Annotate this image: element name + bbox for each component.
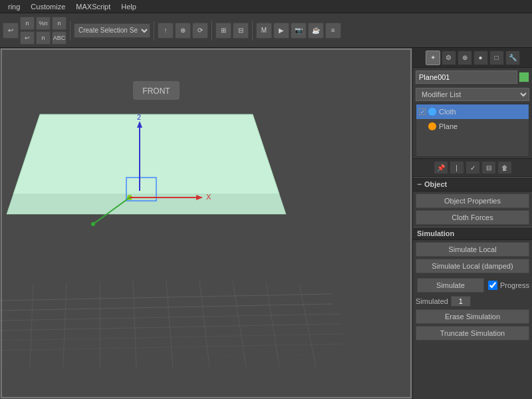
stack-label-cloth: Cloth <box>439 108 456 116</box>
toolbar-btn-1[interactable]: n <box>20 17 35 30</box>
toolbar-btn-5[interactable]: n <box>52 17 66 30</box>
stack-ctrl-delete[interactable]: 🗑 <box>497 161 512 174</box>
panel-icon-modify[interactable]: ⚙ <box>442 51 456 65</box>
panel-icon-row: ✦ ⚙ ⊕ ● □ 🔧 <box>413 48 532 68</box>
stack-ctrl-collapse[interactable]: ⊟ <box>481 161 496 174</box>
stack-ctrl-show[interactable]: | <box>450 161 464 174</box>
toolbar-mirror-btn[interactable]: ⊞ <box>215 23 231 39</box>
modifier-list-dropdown[interactable]: Modifier List <box>416 88 529 101</box>
progress-checkbox[interactable] <box>488 281 497 290</box>
panel-icon-motion[interactable]: ● <box>473 51 488 65</box>
panel-icon-utilities[interactable]: 🔧 <box>505 51 520 65</box>
toolbar-btn-4[interactable]: n <box>36 31 51 45</box>
toolbar-align-btn[interactable]: ⊟ <box>233 23 249 39</box>
toolbar-btn-2[interactable]: ↩ <box>20 31 35 45</box>
modifier-stack: ✓ Cloth Plane <box>416 104 529 157</box>
toolbar-sep-2 <box>154 21 154 41</box>
svg-marker-4 <box>13 114 279 194</box>
object-color-box[interactable] <box>519 72 529 82</box>
stack-item-cloth[interactable]: ✓ Cloth <box>416 104 529 119</box>
cloth-forces-button[interactable]: Cloth Forces <box>416 210 529 225</box>
object-name-row <box>413 68 532 86</box>
toolbar-btn-undo[interactable]: ↩ <box>3 23 19 39</box>
modifier-list-row: Modifier List <box>413 86 532 102</box>
svg-text:X: X <box>206 193 211 201</box>
stack-item-plane[interactable]: Plane <box>416 119 529 134</box>
menu-bar: ring Customize MAXScript Help <box>0 0 532 13</box>
right-panel: ✦ ⚙ ⊕ ● □ 🔧 Modifier List ✓ Cloth <box>412 48 532 399</box>
toolbar-camera-btn[interactable]: 📷 <box>291 23 307 39</box>
section-minus-icon: − <box>417 180 422 189</box>
toolbar-extra-btn[interactable]: ≡ <box>325 23 341 39</box>
simulation-section-title: Simulation <box>417 229 454 237</box>
toolbar: ↩ n ↩ %n n n ABC Create Selection Se ↑ ⊕… <box>0 13 532 48</box>
stack-ctrl-pin[interactable]: 📌 <box>434 161 448 174</box>
simulate-local-damped-button[interactable]: Simulate Local (damped) <box>416 259 529 273</box>
stack-check-cloth[interactable]: ✓ <box>419 108 426 115</box>
object-section-header[interactable]: − Object <box>413 177 532 192</box>
toolbar-rotate-btn[interactable]: ⟳ <box>192 23 208 39</box>
menu-ring[interactable]: ring <box>3 1 25 12</box>
svg-point-31 <box>91 222 95 226</box>
toolbar-btn-6[interactable]: ABC <box>52 31 66 45</box>
toolbar-render-btn[interactable]: ▶ <box>273 23 289 39</box>
object-section-title: Object <box>424 180 447 188</box>
stack-label-plane: Plane <box>439 122 458 130</box>
main-area: FRONT <box>0 48 532 399</box>
progress-label: Progress <box>500 281 529 289</box>
truncate-simulation-button[interactable]: Truncate Simulation <box>416 326 529 340</box>
toolbar-move-btn[interactable]: ⊕ <box>175 23 191 39</box>
object-name-input[interactable] <box>416 70 517 84</box>
object-properties-button[interactable]: Object Properties <box>416 194 529 208</box>
panel-icon-create[interactable]: ✦ <box>426 51 440 65</box>
scene-svg: FRONT <box>0 48 412 399</box>
panel-icon-hierarchy[interactable]: ⊕ <box>458 51 472 65</box>
toolbar-sep-4 <box>252 21 253 41</box>
stack-icon-cloth <box>428 108 436 116</box>
stack-ctrl-configure[interactable]: ✓ <box>466 161 480 174</box>
toolbar-material-btn[interactable]: M <box>256 23 272 39</box>
svg-text:FRONT: FRONT <box>142 86 170 96</box>
toolbar-btn-3[interactable]: %n <box>36 17 51 30</box>
simulated-row: Simulated <box>413 295 532 307</box>
object-section: − Object Object Properties Cloth Forces <box>413 177 532 227</box>
selection-dropdown[interactable]: Create Selection Se <box>74 23 150 38</box>
toolbar-sep-1 <box>70 21 70 41</box>
simulate-row: Simulate Progress <box>413 275 532 295</box>
menu-maxscript[interactable]: MAXScript <box>70 1 116 12</box>
simulate-local-button[interactable]: Simulate Local <box>416 242 529 257</box>
toolbar-select-btn[interactable]: ↑ <box>158 23 174 39</box>
stack-icon-plane <box>428 122 436 130</box>
menu-help[interactable]: Help <box>116 1 142 12</box>
simulation-section-header[interactable]: Simulation <box>413 227 532 240</box>
stack-controls: 📌 | ✓ ⊟ 🗑 <box>413 158 532 177</box>
menu-customize[interactable]: Customize <box>25 1 70 12</box>
simulate-button[interactable]: Simulate <box>417 278 484 293</box>
simulation-section: Simulation Simulate Local Simulate Local… <box>413 227 532 342</box>
simulated-label: Simulated <box>416 297 448 305</box>
toolbar-teapot-btn[interactable]: ☕ <box>308 23 324 39</box>
erase-simulation-button[interactable]: Erase Simulation <box>416 309 529 324</box>
panel-icon-display[interactable]: □ <box>489 51 504 65</box>
viewport[interactable]: FRONT <box>0 48 412 399</box>
svg-text:2: 2 <box>137 113 141 121</box>
toolbar-sep-3 <box>211 21 212 41</box>
simulated-value-input[interactable] <box>451 296 471 307</box>
